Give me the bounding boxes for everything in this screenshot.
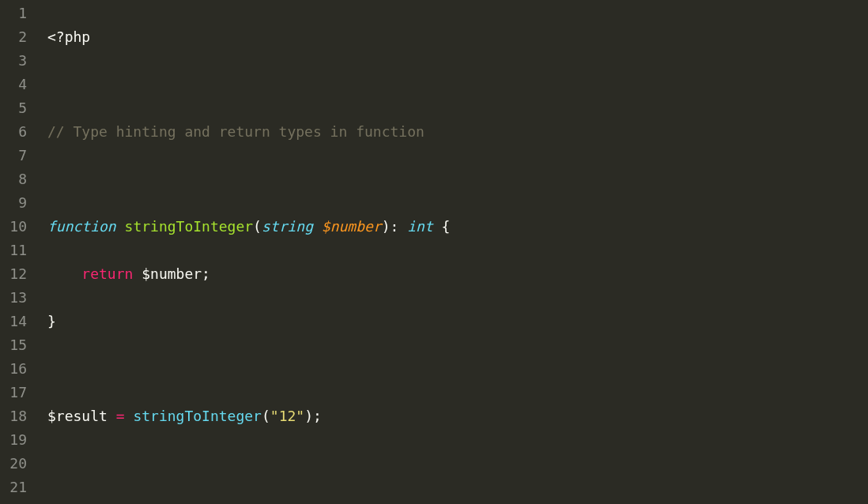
code-line[interactable]: } (47, 310, 868, 333)
line-number: 6 (5, 120, 27, 144)
line-number: 5 (5, 96, 27, 120)
function-name: stringToInteger (125, 218, 254, 235)
param-variable: $number (322, 218, 382, 235)
line-number: 7 (5, 144, 27, 167)
line-number: 21 (5, 476, 27, 499)
line-number-gutter: 1 2 3 4 5 6 7 8 9 10 11 12 13 14 15 16 1… (0, 0, 38, 504)
code-line[interactable] (47, 357, 868, 381)
string-literal: "12" (270, 408, 304, 424)
code-line[interactable]: var_dump($result); (47, 499, 868, 504)
variable: $result (47, 408, 108, 424)
code-line[interactable]: <?php (47, 25, 868, 49)
return-type: int (407, 218, 433, 235)
php-open-tag: <?php (47, 28, 90, 45)
param-type: string (262, 218, 313, 235)
paren-close: ) (382, 218, 391, 235)
line-number: 15 (5, 333, 27, 357)
code-line[interactable]: function stringToInteger(string $number)… (47, 215, 868, 239)
line-number: 3 (5, 49, 27, 73)
semicolon: ; (313, 408, 322, 424)
variable: $number (142, 265, 202, 282)
paren-open: ( (262, 408, 270, 424)
line-number: 14 (5, 310, 27, 333)
line-number: 10 (5, 215, 27, 239)
code-line[interactable] (47, 452, 868, 476)
code-line[interactable]: return $number; (47, 262, 868, 286)
line-number: 20 (5, 452, 27, 476)
keyword-return: return (81, 265, 133, 282)
code-line[interactable]: $result = stringToInteger("12"); (47, 404, 868, 428)
colon: : (391, 218, 399, 235)
keyword-function: function (47, 218, 116, 235)
line-number: 17 (5, 381, 27, 404)
line-number: 13 (5, 286, 27, 310)
code-line[interactable]: // Type hinting and return types in func… (47, 120, 868, 144)
line-number: 12 (5, 262, 27, 286)
paren-close: ) (304, 408, 313, 424)
line-number: 19 (5, 428, 27, 452)
line-number: 4 (5, 73, 27, 96)
line-number: 8 (5, 167, 27, 191)
code-editor[interactable]: <?php // Type hinting and return types i… (38, 0, 868, 504)
line-number: 11 (5, 239, 27, 262)
paren-open: ( (253, 218, 262, 235)
line-number: 16 (5, 357, 27, 381)
operator-assign: = (116, 408, 125, 424)
brace-open: { (442, 218, 451, 235)
line-number: 1 (5, 2, 27, 25)
code-line[interactable] (47, 167, 868, 191)
semicolon: ; (202, 265, 210, 282)
line-number: 2 (5, 25, 27, 49)
comment: // Type hinting and return types in func… (47, 123, 425, 140)
line-number: 18 (5, 404, 27, 428)
code-line[interactable] (47, 73, 868, 96)
line-number: 9 (5, 191, 27, 215)
function-call: stringToInteger (133, 408, 262, 424)
brace-close: } (47, 313, 56, 329)
